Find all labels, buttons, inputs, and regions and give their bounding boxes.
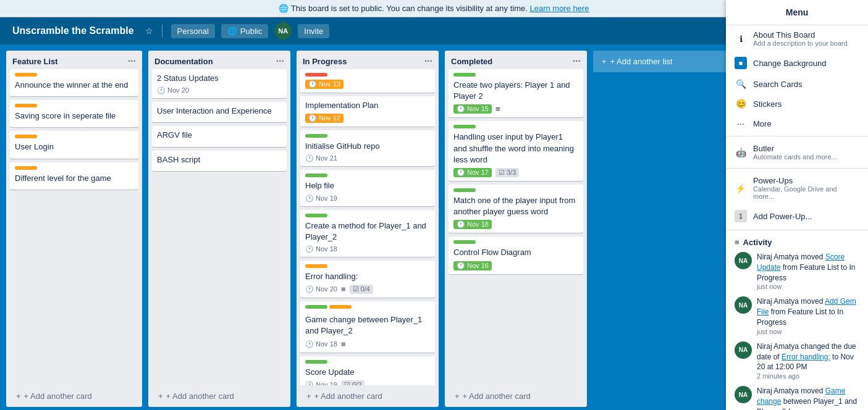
checklist-badge: ☑ 3/3 — [495, 168, 519, 177]
activity-text: Niraj Amatya moved Score Update from Fea… — [757, 252, 859, 283]
table-row[interactable]: User Login — [10, 131, 138, 158]
more-item[interactable]: ··· More — [726, 114, 868, 133]
card-meta: 🕐 Nov 19 ☑ 0/2 — [305, 380, 430, 385]
date-badge: 🕐 Nov 18 — [305, 340, 337, 348]
completed-title: Completed — [451, 57, 492, 66]
table-row[interactable]: 2 Status Updates 🕐 Nov 20 — [152, 69, 287, 98]
add-powerup-label: Add Power-Up... — [753, 212, 812, 221]
table-row[interactable]: Announce the winner at the end — [10, 69, 138, 96]
card-meta: 🕐 Nov 17 ☑ 3/3 — [453, 168, 578, 177]
menu-title: Menu — [726, 0, 868, 25]
powerups-item[interactable]: ⚡ Power-Ups Calendar, Google Drive and m… — [726, 171, 868, 205]
globe-icon-small: 🌐 — [227, 27, 237, 36]
public-button[interactable]: 🌐 Public — [221, 24, 268, 38]
powerups-content: Power-Ups Calendar, Google Drive and mor… — [753, 176, 859, 200]
card-title: Create a method for Player_1 and Player_… — [305, 220, 430, 243]
add-list-button[interactable]: + + Add another list — [593, 51, 729, 72]
checklist-badge: ☑ 0/2 — [341, 380, 364, 385]
table-row[interactable]: BASH script — [152, 151, 287, 171]
stickers-item[interactable]: 😊 Stickers — [726, 94, 868, 114]
number-icon: 1 — [735, 210, 747, 222]
search-cards-label: Search Cards — [753, 80, 802, 89]
card-label-green — [305, 214, 327, 217]
activity-avatar: NA — [735, 252, 752, 269]
add-powerup-item[interactable]: 1 Add Power-Up... — [726, 205, 868, 227]
card-title: Announce the winner at the end — [15, 80, 133, 91]
card-title: Create two players: Player 1 and Player … — [453, 80, 578, 102]
documentation-menu[interactable]: ··· — [276, 56, 284, 67]
date-badge-green: 🕐 Nov 16 — [453, 261, 492, 270]
activity-link[interactable]: Game change — [757, 387, 845, 406]
table-row[interactable]: Initialise GitHub repo 🕐 Nov 21 — [300, 130, 435, 166]
add-card-button[interactable]: + + Add another card — [449, 388, 583, 404]
feature-list-menu[interactable]: ··· — [128, 56, 136, 67]
date-badge: 🕐 Nov 19 — [305, 381, 337, 385]
date-badge-green: 🕐 Nov 17 — [453, 168, 492, 177]
more-icon: ··· — [735, 119, 747, 128]
about-board-title: About This Board — [753, 30, 848, 40]
about-board-item[interactable]: ℹ About This Board Add a description to … — [726, 25, 868, 52]
lines-icon: ≡ — [341, 285, 346, 294]
card-label-green — [453, 188, 476, 192]
table-row[interactable]: Handling user input by Player1 and shuff… — [449, 121, 583, 181]
powerups-title: Power-Ups — [753, 176, 859, 185]
table-row[interactable]: Control Flow Diagram 🕐 Nov 16 — [449, 236, 583, 274]
header-separator — [162, 25, 162, 37]
add-list-column: + + Add another list — [593, 51, 729, 407]
card-label-green — [305, 305, 327, 309]
butler-item[interactable]: 🤖 Butler Automate cards and more... — [726, 139, 868, 165]
learn-more-link[interactable]: Learn more here — [529, 4, 589, 13]
add-card-label: + Add another card — [24, 391, 92, 401]
date-badge: 🕐 Nov 18 — [305, 245, 337, 253]
card-meta: 🕐 Nov 19 — [305, 195, 430, 203]
card-title: Control Flow Diagram — [453, 247, 578, 258]
activity-link[interactable]: Score Update — [757, 253, 845, 272]
paint-icon: ■ — [735, 57, 747, 69]
in-progress-menu[interactable]: ··· — [424, 56, 432, 67]
personal-button[interactable]: Personal — [171, 24, 215, 38]
star-icon[interactable]: ☆ — [145, 26, 153, 36]
change-bg-item[interactable]: ■ Change Background — [726, 52, 868, 74]
card-title: User Interaction and Experience — [157, 106, 282, 117]
table-row[interactable]: Different level for the game — [10, 162, 138, 190]
table-row[interactable]: Help file 🕐 Nov 19 — [300, 170, 435, 206]
card-meta: 🕐 Nov 21 — [305, 154, 430, 162]
table-row[interactable]: Create a method for Player_1 and Player_… — [300, 210, 435, 257]
date-badge-red: 🕐 Nov 13 — [305, 80, 343, 89]
documentation-body: 2 Status Updates 🕐 Nov 20 User Interacti… — [148, 69, 290, 385]
table-row[interactable]: 🕐 Nov 13 — [300, 69, 435, 93]
add-list-label: + Add another list — [610, 57, 673, 66]
table-row[interactable]: Score Update 🕐 Nov 19 ☑ 0/2 — [300, 356, 435, 386]
avatar[interactable]: NA — [274, 22, 292, 40]
invite-button[interactable]: Invite — [298, 24, 329, 38]
card-title: User Login — [15, 141, 133, 153]
table-row[interactable]: Game change between Player_1 and Player_… — [300, 301, 435, 352]
activity-link[interactable]: Error handling: — [782, 353, 830, 361]
in-progress-column: In Progress ··· 🕐 Nov 13 Implementation … — [297, 51, 439, 407]
card-label-orange — [15, 104, 37, 107]
invite-label: Invite — [304, 27, 323, 36]
feature-list-title: Feature List — [12, 57, 58, 66]
card-title: ARGV file — [157, 130, 282, 141]
activity-time: just now — [757, 328, 859, 335]
add-card-button[interactable]: + + Add another card — [300, 388, 435, 404]
bg-icon-box: ■ — [735, 57, 747, 69]
table-row[interactable]: Create two players: Player 1 and Player … — [449, 69, 583, 117]
table-row[interactable]: Saving score in seperate file — [10, 100, 138, 127]
table-row[interactable]: Error handling: 🕐 Nov 20 ≡ ☑ 0/4 — [300, 261, 435, 298]
table-row[interactable]: ARGV file — [152, 126, 287, 146]
completed-header: Completed ··· — [445, 51, 587, 69]
card-title: Error handling: — [305, 271, 430, 282]
completed-menu[interactable]: ··· — [573, 56, 581, 67]
table-row[interactable]: Implementation Plan 🕐 Nov 12 — [300, 96, 435, 127]
add-card-button[interactable]: + + Add another card — [10, 388, 138, 404]
table-row[interactable]: User Interaction and Experience — [152, 102, 287, 122]
table-row[interactable]: Match one of the player input from anoth… — [449, 185, 583, 233]
activity-link[interactable]: Add Gem File — [757, 297, 856, 316]
add-card-button[interactable]: + + Add another card — [152, 388, 287, 404]
card-label-green — [453, 125, 476, 128]
activity-avatar: NA — [735, 341, 752, 359]
search-cards-item[interactable]: 🔍 Search Cards — [726, 74, 868, 94]
activity-item: NA Niraj Amatya moved Game change betwee… — [735, 386, 859, 407]
card-labels-row — [305, 305, 430, 312]
